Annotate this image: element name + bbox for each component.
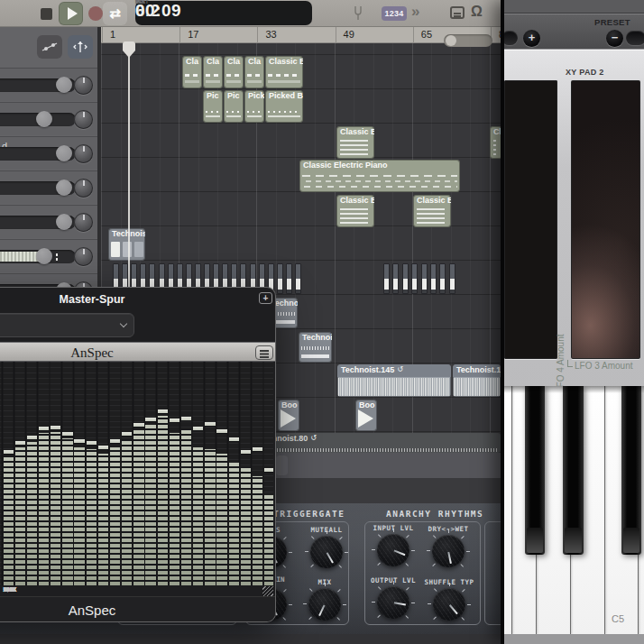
midi-tick-region[interactable] xyxy=(383,263,390,294)
black-key[interactable] xyxy=(621,386,641,555)
track-volume-slider[interactable] xyxy=(0,78,76,92)
midi-tick-region[interactable] xyxy=(421,263,428,294)
midi-tick-region[interactable] xyxy=(286,263,292,294)
region-stub[interactable] xyxy=(276,455,288,475)
xy-pad-2[interactable] xyxy=(571,80,640,359)
spectrum-bar xyxy=(62,438,72,585)
slider-handle[interactable] xyxy=(56,145,72,161)
track-header-row[interactable]: d xyxy=(0,136,101,170)
knob-mix[interactable] xyxy=(308,588,341,621)
knob-pointer xyxy=(376,585,409,619)
track-header-row[interactable] xyxy=(0,205,101,238)
window-add-button[interactable]: + xyxy=(259,292,272,304)
midi-tick-region[interactable] xyxy=(439,263,446,294)
region-classic-e[interactable]: Classic E xyxy=(265,56,303,88)
xy-pad-1[interactable] xyxy=(504,80,557,359)
midi-tick-region[interactable] xyxy=(277,263,283,294)
editor-icon[interactable] xyxy=(450,6,465,19)
spectrum-peak xyxy=(133,423,143,427)
lcd-display[interactable]: 006.2 TAKTBEAT 0000:09 HRMINSEK xyxy=(135,1,312,25)
midi-tick-region[interactable] xyxy=(449,263,455,294)
region-cl[interactable]: Cl xyxy=(490,126,501,159)
black-key[interactable] xyxy=(563,386,584,555)
region-cla[interactable]: Cla xyxy=(182,56,202,88)
region-classic-e[interactable]: Classic E xyxy=(413,195,451,227)
timeline-ruler[interactable]: 11733496581 xyxy=(101,27,501,43)
track-volume-slider[interactable] xyxy=(0,250,76,263)
slider-handle[interactable] xyxy=(56,77,72,93)
slider-handle[interactable] xyxy=(56,179,72,196)
track-header-row[interactable] xyxy=(0,68,101,101)
pan-knob[interactable] xyxy=(74,213,93,232)
track-volume-slider[interactable] xyxy=(0,113,76,126)
region-technoist-80[interactable]: Technoist.80↺ xyxy=(255,433,501,453)
pan-knob[interactable] xyxy=(74,179,93,198)
track-volume-slider[interactable] xyxy=(0,147,76,161)
spectrum-peak xyxy=(264,468,273,472)
black-key[interactable] xyxy=(525,386,545,555)
cycle-button[interactable]: ⇄ xyxy=(103,2,127,25)
loop-browser-icon[interactable]: Ω xyxy=(471,4,483,20)
automation-button[interactable] xyxy=(37,35,62,59)
track-header-row[interactable] xyxy=(0,102,101,135)
region-technois[interactable]: Technois xyxy=(299,332,332,363)
slider-handle[interactable] xyxy=(56,214,72,230)
region-technoist-145[interactable]: Technoist.145↺ xyxy=(337,364,451,397)
knob-input-lvl[interactable] xyxy=(377,534,409,566)
region-cla[interactable]: Cla xyxy=(224,56,244,88)
region-cla[interactable]: Cla xyxy=(244,56,264,88)
midi-tick-region[interactable] xyxy=(430,263,437,294)
pan-knob[interactable] xyxy=(74,247,93,266)
midi-tick-region[interactable] xyxy=(295,263,301,294)
region-label: Pick xyxy=(248,91,264,100)
region-label: Classic E xyxy=(340,127,374,136)
region-picked-b[interactable]: Picked B xyxy=(265,90,303,123)
track-header-row[interactable] xyxy=(0,170,101,204)
midi-tick-region[interactable] xyxy=(392,263,399,294)
region-pic[interactable]: Pic xyxy=(203,90,223,123)
pan-knob[interactable] xyxy=(74,110,93,129)
pan-knob[interactable] xyxy=(74,76,93,95)
track-volume-slider[interactable] xyxy=(0,181,76,195)
preset-minus-button[interactable]: − xyxy=(606,30,623,47)
region-technois[interactable]: Technois xyxy=(108,228,145,261)
pan-knob[interactable] xyxy=(74,144,93,163)
plugin-selector-dropdown[interactable] xyxy=(0,313,134,337)
zoom-slider[interactable] xyxy=(444,34,492,47)
preset-plus-button[interactable]: + xyxy=(523,30,540,47)
preset-pill-right[interactable] xyxy=(626,31,644,45)
track-volume-slider[interactable] xyxy=(0,216,76,229)
white-key[interactable] xyxy=(504,386,511,634)
region-classic-e[interactable]: Classic E xyxy=(336,126,374,159)
region-classic-e[interactable]: Classic E xyxy=(336,195,374,227)
play-button[interactable] xyxy=(59,2,83,25)
slider-handle[interactable] xyxy=(36,248,52,264)
xy-window-bottom xyxy=(501,634,644,644)
region-pic[interactable]: Pic xyxy=(224,90,244,123)
region-technoist-14[interactable]: Technoist.14 xyxy=(453,364,501,397)
catch-playhead-button[interactable] xyxy=(68,35,93,59)
knob-output-lvl[interactable] xyxy=(377,586,409,619)
region-label: Cl xyxy=(493,127,501,136)
zoom-slider-handle[interactable] xyxy=(446,35,456,46)
resize-grip[interactable] xyxy=(262,586,273,596)
slider-handle[interactable] xyxy=(36,111,52,127)
plugin-menu-button[interactable] xyxy=(255,345,273,360)
window-titlebar[interactable]: Master-Spur xyxy=(0,288,276,311)
forward-icon[interactable]: » xyxy=(411,3,419,21)
region-boo[interactable]: Boo xyxy=(355,400,377,431)
spectrum-bar xyxy=(193,447,203,585)
stop-button[interactable] xyxy=(34,2,59,25)
count-in-badge[interactable]: 1234 xyxy=(382,6,407,21)
track-header-row[interactable] xyxy=(0,239,101,272)
knob-dry-wet[interactable] xyxy=(432,535,465,567)
region-classic-electric-piano[interactable]: Classic Electric Piano xyxy=(299,160,460,192)
knob-muteall[interactable] xyxy=(310,536,343,568)
midi-tick-region[interactable] xyxy=(411,263,418,294)
region-boo[interactable]: Boo xyxy=(278,400,299,431)
piano-keyboard[interactable]: C5 xyxy=(504,386,644,634)
region-pick[interactable]: Pick xyxy=(244,90,264,123)
midi-tick-region[interactable] xyxy=(402,263,409,294)
region-cla[interactable]: Cla xyxy=(203,56,223,88)
knob-shuffle-typ[interactable] xyxy=(433,588,465,621)
